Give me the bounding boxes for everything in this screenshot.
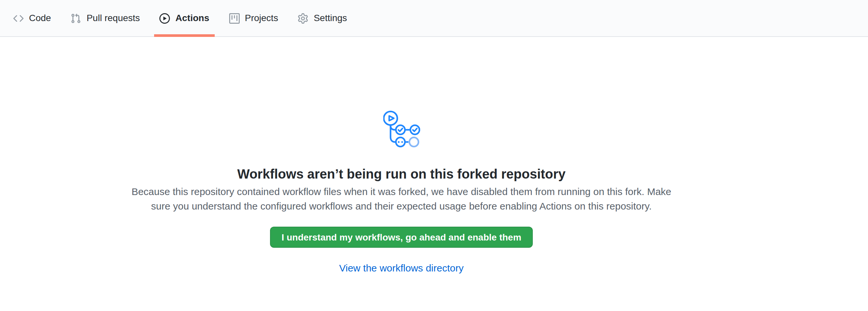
- git-pull-request-icon: [71, 13, 81, 23]
- enable-workflows-button[interactable]: I understand my workflows, go ahead and …: [270, 227, 532, 248]
- blankslate-description: Because this repository contained workfl…: [131, 185, 671, 214]
- tab-actions[interactable]: Actions: [154, 0, 215, 36]
- blankslate-content: Workflows aren’t being run on this forke…: [0, 37, 803, 275]
- blankslate-heading: Workflows aren’t being run on this forke…: [237, 164, 565, 184]
- play-icon: [160, 13, 170, 23]
- page: Code Pull requests Actions: [0, 0, 868, 311]
- tab-code[interactable]: Code: [8, 0, 56, 36]
- code-icon: [13, 13, 24, 23]
- tab-pull-requests-label: Pull requests: [87, 11, 140, 25]
- tab-code-label: Code: [29, 11, 51, 25]
- repo-tabbar: Code Pull requests Actions: [0, 0, 868, 37]
- tab-settings[interactable]: Settings: [293, 0, 352, 36]
- tab-projects[interactable]: Projects: [224, 0, 283, 36]
- description-line-2: sure you understand the configured workf…: [131, 199, 671, 214]
- project-icon: [229, 13, 240, 23]
- view-workflows-directory-link[interactable]: View the workflows directory: [339, 261, 464, 275]
- tab-projects-label: Projects: [245, 11, 278, 25]
- tab-actions-label: Actions: [176, 11, 210, 25]
- actions-blankslate: Workflows aren’t being run on this forke…: [0, 37, 868, 275]
- description-line-1: Because this repository contained workfl…: [131, 185, 671, 199]
- active-tab-underline: [154, 34, 215, 37]
- workflow-icon: [383, 111, 420, 148]
- tab-pull-requests[interactable]: Pull requests: [65, 0, 145, 36]
- tab-settings-label: Settings: [314, 11, 347, 25]
- gear-icon: [298, 13, 309, 23]
